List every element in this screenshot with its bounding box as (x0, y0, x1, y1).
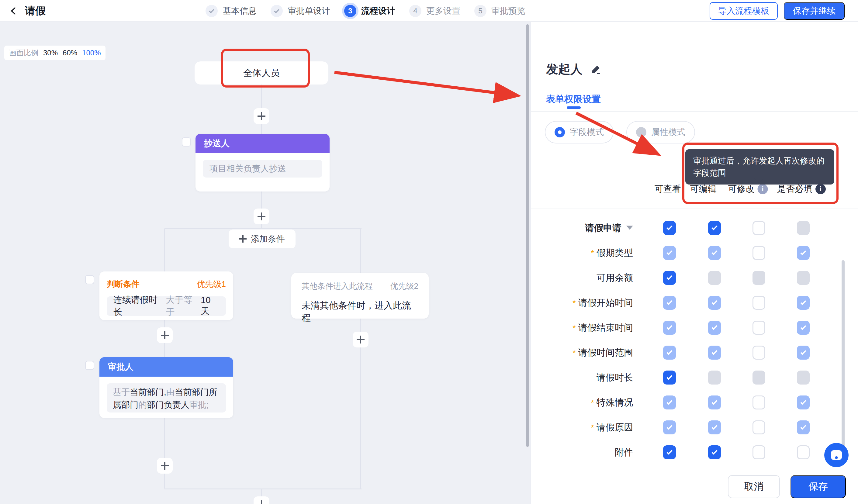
save-button[interactable]: 保存 (791, 475, 846, 498)
row-label-10: 附件 (542, 446, 633, 459)
checkbox-请假开始时间-col3[interactable] (752, 296, 765, 310)
step-2[interactable]: 审批单设计 (271, 5, 330, 17)
panel-title: 发起人 (546, 61, 583, 78)
connector-line (164, 474, 165, 488)
zoom-option-100[interactable]: 100% (82, 49, 101, 57)
add-node-button[interactable] (254, 497, 269, 504)
checkbox-附件-col4[interactable] (797, 445, 810, 459)
check-icon (800, 299, 806, 305)
checkbox-假期类型-col3[interactable] (752, 246, 765, 260)
info-icon[interactable]: i (815, 184, 826, 194)
add-condition-button[interactable]: 添加条件 (229, 229, 296, 248)
connector-line (360, 347, 361, 488)
checkbox-假期类型-col2[interactable] (708, 246, 721, 260)
divider (531, 209, 858, 209)
back-icon[interactable] (9, 6, 18, 16)
branch-merge-line (164, 488, 362, 489)
chevron-down-icon[interactable] (626, 226, 633, 230)
connector-line (164, 343, 165, 357)
checkbox-请假申请-col1[interactable] (663, 221, 676, 235)
save-continue-button[interactable]: 保存并继续 (784, 2, 845, 20)
approver-node-body: 基于当前部门,由当前部门所属部门的部门负责人审批; (107, 383, 226, 412)
checkbox-请假申请-col3[interactable] (752, 221, 765, 235)
cc-node[interactable]: 抄送人 项目相关负责人抄送 (195, 134, 330, 192)
condition2-card[interactable]: 其他条件进入此流程 优先级2 未满其他条件时，进入此流程 (291, 273, 429, 319)
checkbox-请假时间范围-col3[interactable] (752, 346, 765, 360)
step-1[interactable]: 基本信息 (206, 5, 257, 17)
condition1-checkbox[interactable] (85, 275, 94, 284)
checkbox-请假原因-col1[interactable] (663, 420, 676, 434)
add-node-button[interactable] (254, 108, 269, 124)
approver-node[interactable]: 审批人 基于当前部门,由当前部门所属部门的部门负责人审批; (99, 357, 233, 418)
checkbox-假期类型-col4[interactable] (797, 246, 810, 260)
import-template-button[interactable]: 导入流程模板 (710, 2, 778, 20)
field-name: 附件 (615, 447, 633, 457)
condition2-title: 其他条件进入此流程 (302, 281, 373, 292)
checkbox-请假原因-col2[interactable] (708, 420, 721, 434)
column-header-label: 可编辑 (690, 183, 717, 195)
check-icon (800, 324, 806, 330)
checkbox-特殊情况-col3[interactable] (752, 395, 765, 409)
column-header-1: 可查看 (655, 183, 681, 195)
checkbox-请假时间范围-col2[interactable] (708, 346, 721, 360)
cancel-button[interactable]: 取消 (728, 475, 780, 498)
check-icon (666, 399, 672, 405)
condition1-card[interactable]: 判断条件 优先级1 连续请假时长大于等于10天 (99, 272, 233, 320)
canvas-scrollbar[interactable] (526, 24, 529, 447)
step-check-icon (206, 5, 218, 17)
plus-icon (161, 462, 169, 470)
checkbox-请假开始时间-col1[interactable] (663, 296, 676, 310)
step-4[interactable]: 4更多设置 (409, 5, 460, 17)
check-icon (712, 224, 717, 230)
step-number: 3 (344, 5, 356, 17)
row-label-1[interactable]: 请假申请 (542, 222, 633, 234)
info-icon[interactable]: i (758, 184, 768, 194)
row-label-4: *请假开始时间 (542, 297, 633, 309)
add-node-button[interactable] (353, 332, 368, 347)
cc-node-checkbox[interactable] (182, 137, 191, 147)
check-icon (666, 299, 672, 305)
checkbox-附件-col1[interactable] (663, 445, 676, 459)
checkbox-假期类型-col1[interactable] (663, 246, 676, 260)
checkbox-请假原因-col4[interactable] (797, 420, 810, 434)
checkbox-请假结束时间-col3[interactable] (752, 321, 765, 335)
tab-form-permissions[interactable]: 表单权限设置 (546, 93, 601, 105)
field-name: 可用余额 (597, 273, 633, 283)
checkbox-请假结束时间-col1[interactable] (663, 321, 676, 335)
checkbox-特殊情况-col2[interactable] (708, 395, 721, 409)
checkbox-请假开始时间-col4[interactable] (797, 296, 810, 310)
checkbox-请假时间范围-col4[interactable] (797, 346, 810, 360)
edit-icon[interactable] (590, 64, 601, 75)
approver-node-checkbox[interactable] (85, 361, 94, 370)
checkbox-请假原因-col3[interactable] (752, 420, 765, 434)
zoom-option-30[interactable]: 30% (43, 49, 58, 57)
step-label: 更多设置 (426, 5, 460, 17)
checkbox-请假结束时间-col2[interactable] (708, 321, 721, 335)
add-node-button[interactable] (157, 327, 173, 343)
start-node-all-staff[interactable]: 全体人员 (195, 61, 328, 84)
cc-node-title: 抄送人 (195, 134, 330, 153)
zoom-option-60[interactable]: 60% (63, 49, 77, 57)
checkbox-特殊情况-col1[interactable] (663, 395, 676, 409)
panel-scrollbar[interactable] (842, 260, 845, 452)
mode-radio-attribute[interactable]: 属性模式 (626, 121, 695, 144)
checkbox-请假时长-col1[interactable] (663, 371, 676, 385)
add-node-button[interactable] (157, 458, 173, 474)
checkbox-请假开始时间-col2[interactable] (708, 296, 721, 310)
checkbox-特殊情况-col4[interactable] (797, 395, 810, 409)
checkbox-附件-col2[interactable] (708, 445, 721, 459)
checkbox-请假申请-col2[interactable] (708, 221, 721, 235)
page-title: 请假 (25, 4, 46, 18)
text-segment: 的 (138, 400, 147, 409)
checkbox-附件-col3[interactable] (752, 445, 765, 459)
mode-radio-field[interactable]: 字段模式 (545, 121, 614, 144)
step-5[interactable]: 5审批预览 (474, 5, 525, 17)
checkbox-请假结束时间-col4[interactable] (797, 321, 810, 335)
flow-canvas[interactable]: 画面比例 30% 60% 100% 全体人员 抄送人 项目相关负责人抄送 添加条… (0, 22, 530, 504)
text-segment: 大于等于 (166, 294, 201, 318)
checkbox-请假时间范围-col1[interactable] (663, 346, 676, 360)
help-chat-button[interactable] (824, 443, 848, 467)
step-3[interactable]: 3流程设计 (344, 5, 395, 17)
add-node-button[interactable] (254, 209, 269, 224)
checkbox-可用余额-col1[interactable] (663, 271, 676, 285)
